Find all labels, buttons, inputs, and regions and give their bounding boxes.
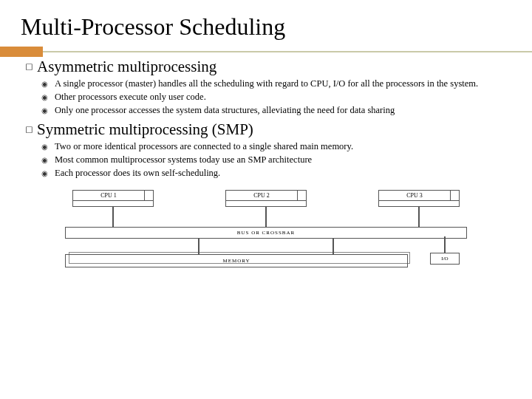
sub-list: ◉ A single processor (master) handles al… bbox=[41, 78, 511, 117]
bus-label: BUS OR CROSSBAR bbox=[65, 227, 467, 239]
cpu-side bbox=[298, 190, 307, 201]
item-text: A single processor (master) handles all … bbox=[55, 78, 478, 89]
cpu-cache bbox=[378, 201, 460, 207]
list-item: ◉ A single processor (master) handles al… bbox=[41, 78, 511, 90]
cpu-block: CPU 2 bbox=[225, 190, 307, 228]
cpu-label: CPU 2 bbox=[225, 190, 298, 201]
cpu-label: CPU 1 bbox=[72, 190, 145, 201]
item-text: Other processors execute only user code. bbox=[55, 91, 206, 103]
connector-line bbox=[418, 207, 420, 228]
memory-label: MEMORY bbox=[65, 254, 408, 267]
io-label: I/O bbox=[430, 253, 460, 265]
item-text: Two or more identical processors are con… bbox=[55, 140, 353, 152]
cpu-cache bbox=[225, 201, 307, 207]
square-bullet-icon: ◻ bbox=[21, 57, 37, 76]
connector-line bbox=[265, 207, 267, 228]
connector-line bbox=[332, 239, 334, 255]
square-bullet-icon: ◻ bbox=[21, 120, 37, 139]
target-bullet-icon: ◉ bbox=[41, 167, 55, 180]
target-bullet-icon: ◉ bbox=[41, 78, 55, 90]
cpu-cache bbox=[72, 201, 154, 207]
section-heading: ◻ Asymmetric multiprocessing bbox=[21, 57, 511, 76]
accent-bar bbox=[21, 47, 511, 57]
io-block: I/O bbox=[423, 236, 467, 265]
connector-line bbox=[444, 236, 446, 253]
connector-line bbox=[112, 207, 114, 228]
slide: Multi-Processor Scheduling ◻ Asymmetric … bbox=[0, 0, 532, 267]
connector-line bbox=[198, 239, 200, 255]
list-item: ◉ Other processors execute only user cod… bbox=[41, 91, 511, 103]
heading-text: Symmetric multiprocessing (SMP) bbox=[37, 120, 253, 139]
cpu-block: CPU 3 bbox=[378, 190, 460, 228]
list-item: ◉ Most common multiprocessor systems tod… bbox=[41, 154, 511, 166]
target-bullet-icon: ◉ bbox=[41, 91, 55, 103]
cpu-side bbox=[145, 190, 154, 201]
list-item: ◉ Two or more identical processors are c… bbox=[41, 140, 511, 153]
target-bullet-icon: ◉ bbox=[41, 104, 55, 117]
slide-title: Multi-Processor Scheduling bbox=[21, 13, 511, 41]
cpu-label: CPU 3 bbox=[378, 190, 451, 201]
target-bullet-icon: ◉ bbox=[41, 154, 55, 166]
item-text: Each processor does its own self-schedul… bbox=[55, 167, 220, 179]
section-heading: ◻ Symmetric multiprocessing (SMP) bbox=[21, 120, 511, 139]
item-text: Most common multiprocessor systems today… bbox=[55, 154, 312, 166]
sub-list: ◉ Two or more identical processors are c… bbox=[41, 140, 511, 180]
list-item: ◉ Only one processor accesses the system… bbox=[41, 104, 511, 117]
cpu-block: CPU 1 bbox=[72, 190, 154, 228]
list-item: ◉ Each processor does its own self-sched… bbox=[41, 167, 511, 180]
cpu-row: CPU 1 CPU 2 CPU 3 bbox=[65, 190, 467, 228]
content: ◻ Asymmetric multiprocessing ◉ A single … bbox=[21, 57, 511, 267]
smp-diagram: CPU 1 CPU 2 CPU 3 bbox=[65, 190, 467, 267]
target-bullet-icon: ◉ bbox=[41, 140, 55, 153]
cpu-side bbox=[451, 190, 460, 201]
memory-row: MEMORY I/O bbox=[65, 254, 467, 267]
item-text: Only one processor accesses the system d… bbox=[55, 104, 395, 116]
bus-connectors bbox=[65, 239, 467, 255]
heading-text: Asymmetric multiprocessing bbox=[37, 57, 216, 76]
